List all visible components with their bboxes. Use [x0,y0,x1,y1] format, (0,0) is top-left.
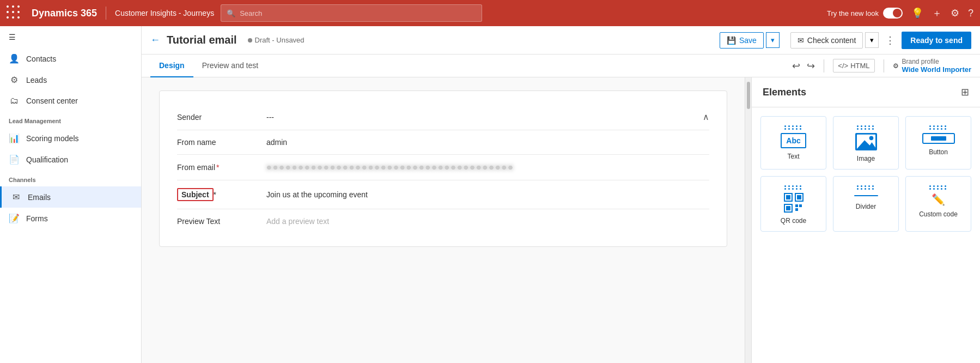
sidebar-item-label: Qualification [26,155,68,164]
image-dots [857,125,875,130]
svg-rect-10 [799,204,802,207]
lightbulb-icon[interactable]: 💡 [911,7,923,19]
divider-dots [857,185,875,190]
back-button[interactable]: ← [150,34,160,46]
button-dots [929,125,947,130]
redo-button[interactable]: ↪ [807,60,815,72]
status-label: Draft - Unsaved [255,36,305,44]
sidebar-item-scoring-models[interactable]: 📊 Scoring models [0,128,141,149]
element-divider[interactable]: Divider [833,176,899,232]
svg-point-1 [869,136,873,141]
check-content-label: Check content [807,36,856,45]
subject-value[interactable]: Join us at the upcoming event [266,190,709,199]
undo-button[interactable]: ↩ [792,60,800,72]
tab-preview-test[interactable]: Preview and test [193,55,267,77]
editor-area: Sender --- ∧ From name admin From email … [142,77,980,363]
element-text[interactable]: Abc Text [760,116,826,170]
qr-dots [784,185,802,190]
check-content-button[interactable]: ✉ Check content [790,32,863,49]
sidebar-item-consent-center[interactable]: 🗂 Consent center [0,90,141,111]
text-element-icon: Abc [781,133,806,148]
svg-rect-11 [795,208,798,211]
sidebar-item-label: Emails [28,193,51,202]
element-custom-code[interactable]: ✏️ Custom code [905,176,971,232]
scroll-area[interactable] [745,77,751,363]
subject-label: Subject [177,188,214,201]
qualification-icon: 📄 [9,154,20,165]
from-email-row: From email ●●●●●●●●●●●●●●●●●●●●●●●●●●●●●… [177,155,709,180]
element-button[interactable]: Button [905,116,971,170]
tabs-toolbar: ↩ ↪ </> HTML ⚙ Brand profile Wide World … [792,58,971,74]
button-label: Button [929,148,948,156]
image-label: Image [857,155,875,162]
custom-dots [929,185,947,190]
toolbar-divider [824,59,824,72]
elements-header: Elements ⊞ [752,77,980,107]
element-image[interactable]: Image [833,116,899,170]
preview-text-row: Preview Text Add a preview text [177,209,709,233]
try-new-look: Try the new look [827,8,903,19]
button-element-icon [922,133,955,144]
elements-grid: Abc Text [752,107,980,240]
sidebar-item-label: Scoring models [26,134,79,143]
brand-profile-name: Wide World Importer [902,65,971,74]
settings-icon[interactable]: ⚙ [951,7,959,19]
search-placeholder: Search [240,9,262,17]
top-nav: Dynamics 365 Customer Insights - Journey… [0,0,980,26]
leads-icon: ⚙ [9,75,20,85]
secondary-header: ← Tutorial email Draft - Unsaved 💾 Save … [142,26,980,55]
sidebar-item-contacts[interactable]: 👤 Contacts [0,48,141,69]
sidebar-item-forms[interactable]: 📝 Forms [0,208,141,229]
custom-code-icon-area: ✏️ [929,185,947,206]
sidebar-item-qualification[interactable]: 📄 Qualification [0,149,141,170]
app-grid-icon[interactable] [7,5,22,21]
sidebar-item-emails[interactable]: ✉ Emails [0,186,141,208]
sidebar-item-leads[interactable]: ⚙ Leads [0,69,141,90]
preview-text-label: Preview Text [177,217,253,226]
subject-label-container: Subject* [177,188,253,201]
search-icon: 🔍 [227,9,235,17]
try-new-look-toggle[interactable] [883,8,903,19]
element-qr-code[interactable]: QR code [760,176,826,232]
sidebar-menu-icon[interactable]: ☰ [0,26,141,48]
brand-name: Dynamics 365 [32,8,97,19]
qr-icon-area [784,185,804,213]
save-dropdown-button[interactable]: ▾ [766,32,780,48]
html-button[interactable]: </> HTML [833,59,874,72]
from-name-label: From name [177,138,253,147]
more-options-button[interactable]: ⋮ [881,32,899,49]
button-icon-area [922,125,955,144]
save-label: Save [739,36,757,45]
qr-element-icon [784,193,804,213]
add-icon[interactable]: ＋ [932,7,942,20]
app-name: Customer Insights - Journeys [115,9,214,17]
sidebar-item-label: Contacts [26,55,56,63]
channels-section-label: Channels [0,170,141,186]
subject-row: Subject* Join us at the upcoming event [177,180,709,209]
sender-row: Sender --- ∧ [177,104,709,130]
preview-text-input[interactable]: Add a preview text [266,217,709,226]
scoring-icon: 📊 [9,133,20,143]
qr-label: QR code [781,217,806,225]
top-nav-actions: Try the new look 💡 ＋ ⚙ ? [827,7,973,20]
gear-icon: ⚙ [893,62,899,70]
help-icon[interactable]: ? [968,8,973,19]
sender-value[interactable]: --- [266,113,690,122]
check-content-dropdown-button[interactable]: ▾ [865,32,879,48]
from-name-value[interactable]: admin [266,138,709,147]
brand-profile-selector[interactable]: ⚙ Brand profile Wide World Importer [893,58,971,74]
save-button[interactable]: 💾 Save [720,32,764,49]
forms-icon: 📝 [9,213,20,223]
brand-profile-label: Brand profile [902,58,971,65]
from-email-value[interactable]: ●●●●●●●●●●●●●●●●●●●●●●●●●●●●●●●●●●●●●●● [266,162,709,172]
emails-icon: ✉ [10,192,21,202]
custom-code-label: Custom code [919,210,958,218]
ready-to-send-button[interactable]: Ready to send [902,32,971,49]
elements-view-icon[interactable]: ⊞ [961,86,969,98]
search-bar[interactable]: 🔍 Search [221,4,482,22]
collapse-button[interactable]: ∧ [703,112,709,122]
tab-design[interactable]: Design [150,55,193,77]
sender-label: Sender [177,113,253,122]
status-badge: Draft - Unsaved [248,36,305,44]
divider-label: Divider [856,203,876,210]
